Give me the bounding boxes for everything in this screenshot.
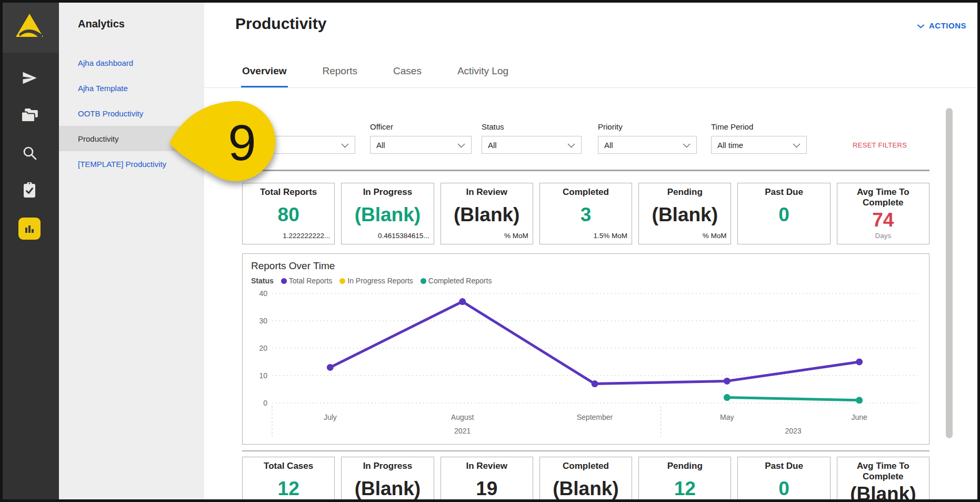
filter-label: Priority — [598, 122, 697, 132]
kpi-card-past-due: Past Due 0 — [737, 183, 830, 244]
kpi-card-title: In Review — [445, 187, 528, 198]
legend-item-total-reports: Total Reports — [281, 277, 332, 285]
filter-priority-dropdown[interactable]: All — [598, 136, 697, 154]
tab-activity-log[interactable]: Activity Log — [456, 62, 509, 88]
main-content: Productivity ACTIONS Overview Reports Ca… — [204, 0, 980, 502]
kpi-card-title: Completed — [544, 461, 627, 471]
actions-label: ACTIONS — [929, 21, 966, 30]
analytics-sidebar: Analytics Ajha dashboard Ajha Template O… — [59, 0, 204, 502]
kpi-card-title: Pending — [643, 187, 726, 198]
tab-cases[interactable]: Cases — [392, 62, 423, 88]
vertical-scrollbar-thumb[interactable] — [946, 108, 953, 438]
kpi-card-title: Total Reports — [247, 187, 330, 198]
filter-officer-dropdown[interactable]: All — [370, 136, 472, 154]
svg-text:August: August — [451, 413, 474, 421]
filter-time-period: Time Period All time — [711, 122, 807, 154]
filter-label: Officer — [370, 122, 472, 132]
kpi-card-sub: 0.4615384615... — [346, 232, 429, 241]
kpi-card-title: Past Due — [742, 461, 825, 471]
reports-over-time-panel: Reports Over Time Status Total Reports I… — [242, 253, 929, 445]
kpi-card-value: (Blank) — [346, 471, 429, 502]
filter-officer: Officer All — [370, 122, 472, 154]
kpi-card-value: (Blank) — [842, 482, 925, 502]
chevron-down-icon — [683, 141, 691, 150]
kpi-card-in-review: In Review (Blank) % MoM — [441, 183, 533, 244]
tab-divider — [204, 87, 976, 88]
sidebar-nav: Ajha dashboard Ajha Template OOTB Produc… — [59, 50, 204, 176]
filter-status-dropdown[interactable]: All — [482, 136, 582, 154]
kpi-card-avg-time: Avg Time To Complete 74 Days — [837, 183, 929, 244]
kpi-card-in-review: In Review 19 — [441, 457, 533, 502]
tab-overview[interactable]: Overview — [241, 62, 288, 88]
sidebar-item-ajha-template[interactable]: Ajha Template — [59, 75, 204, 101]
documents-icon — [21, 107, 38, 125]
section-divider — [242, 170, 929, 171]
actions-menu-button[interactable]: ACTIONS — [917, 21, 966, 30]
filter-priority: Priority All — [598, 122, 697, 154]
documents-nav-button[interactable] — [0, 97, 59, 135]
send-nav-button[interactable] — [0, 60, 59, 97]
filter-status: Status All — [482, 122, 582, 154]
chevron-down-icon — [793, 141, 801, 150]
search-icon — [22, 145, 37, 163]
kpi-card-title: In Progress — [346, 461, 429, 471]
sidebar-item-ajha-dashboard[interactable]: Ajha dashboard — [59, 50, 204, 75]
svg-text:20: 20 — [259, 344, 267, 352]
brand-logo — [15, 13, 44, 40]
chevron-down-icon — [341, 141, 349, 150]
kpi-card-value: 0 — [742, 198, 825, 232]
kpi-card-total-cases: Total Cases 12 — [242, 457, 335, 502]
sidebar-item-productivity[interactable]: Productivity — [59, 126, 204, 151]
kpi-card-value: (Blank) — [346, 198, 429, 232]
kpi-card-pending: Pending (Blank) % MoM — [638, 183, 731, 244]
svg-text:July: July — [324, 413, 337, 421]
kpi-card-value: (Blank) — [544, 471, 627, 502]
tab-reports[interactable]: Reports — [322, 62, 359, 88]
chart-title: Reports Over Time — [251, 260, 929, 272]
kpi-card-title: Completed — [544, 187, 627, 198]
kpi-card-title: In Review — [445, 461, 528, 471]
kpi-card-in-progress: In Progress (Blank) — [341, 457, 434, 502]
search-nav-button[interactable] — [0, 135, 59, 172]
app-icon-rail — [0, 0, 59, 502]
svg-text:30: 30 — [259, 317, 267, 325]
chevron-down-icon — [457, 141, 465, 150]
analytics-nav-button[interactable] — [0, 210, 59, 247]
kpi-card-title: Pending — [643, 461, 726, 471]
sidebar-item-template-productivity[interactable]: [TEMPLATE] Productivity — [59, 151, 204, 176]
kpi-card-value: 80 — [247, 198, 330, 232]
filter-time-period-dropdown[interactable]: All time — [711, 136, 807, 154]
tasks-nav-button[interactable] — [0, 172, 59, 210]
kpi-card-sub: % MoM — [643, 232, 726, 241]
legend-dot — [339, 278, 345, 284]
filter-unknown — [266, 122, 355, 154]
svg-text:10: 10 — [259, 371, 267, 380]
kpi-card-title: Avg Time To Complete — [842, 187, 925, 208]
svg-text:September: September — [577, 413, 613, 421]
brand-logo-block — [0, 0, 59, 53]
filter-unknown-dropdown[interactable] — [266, 136, 355, 154]
kpi-card-avg-time: Avg Time To Complete (Blank) — [837, 457, 929, 502]
kpi-card-value: 12 — [247, 471, 330, 502]
kpi-card-sub: 1.5% MoM — [544, 232, 627, 241]
filter-value: All — [376, 141, 385, 150]
kpi-card-sub: % MoM — [445, 232, 528, 241]
tab-bar: Overview Reports Cases Activity Log — [241, 62, 509, 88]
sidebar-title: Analytics — [59, 0, 204, 30]
kpi-card-title: Total Cases — [247, 461, 330, 471]
kpi-card-sub: 1.222222222... — [247, 232, 330, 241]
chevron-down-icon — [917, 21, 924, 30]
kpi-card-title: Past Due — [742, 187, 825, 198]
report-kpi-row: Total Reports 80 1.222222222... In Progr… — [242, 183, 929, 244]
send-icon — [22, 70, 37, 88]
reset-filters-button[interactable]: RESET FILTERS — [853, 141, 907, 149]
legend-dot — [281, 278, 287, 284]
tasks-icon — [22, 182, 37, 201]
kpi-card-completed: Completed 3 1.5% MoM — [539, 183, 632, 244]
chevron-down-icon — [567, 141, 575, 150]
legend-item-completed-reports: Completed Reports — [421, 277, 492, 285]
sidebar-item-ootb-productivity[interactable]: OOTB Productivity — [59, 101, 204, 126]
page-title: Productivity — [235, 15, 326, 33]
filter-value: All — [604, 141, 613, 150]
analytics-icon — [18, 218, 41, 240]
